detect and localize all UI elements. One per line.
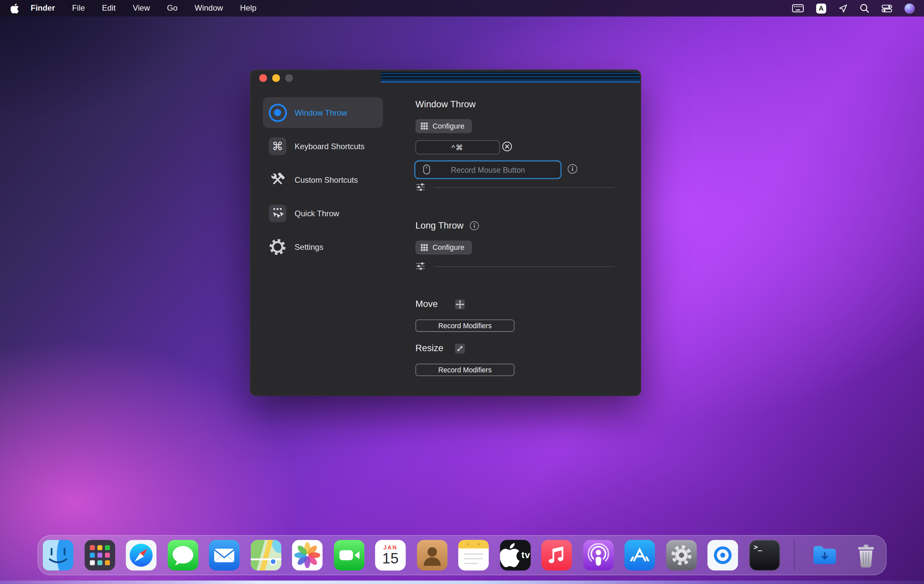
apple-logo-icon [11, 3, 19, 13]
move-record-modifiers-button[interactable]: Record Modifiers [416, 320, 515, 332]
input-source-label: A [819, 5, 824, 12]
resize-label: Resize [416, 343, 444, 354]
apple-logo-icon [500, 540, 520, 571]
siri-orb [904, 3, 914, 13]
dock-item-terminal[interactable]: >_ [749, 540, 779, 571]
move-icon [455, 299, 465, 309]
long-throw-title-text: Long Throw [416, 221, 464, 231]
menu-file[interactable]: File [72, 0, 85, 16]
options-sliders-icon[interactable] [416, 183, 425, 191]
shortcut-value: ^⌘ [452, 143, 464, 152]
location-icon[interactable] [839, 4, 848, 13]
dock-item-launchpad[interactable] [84, 540, 115, 571]
calendar-month: JAN [383, 544, 397, 551]
dock-item-facetime[interactable] [333, 540, 364, 571]
section-divider [434, 187, 615, 188]
grid-icon [421, 122, 428, 130]
info-icon[interactable] [568, 164, 578, 174]
dock-item-finder[interactable] [43, 540, 73, 571]
dock-item-system-preferences[interactable] [666, 540, 696, 571]
move-label: Move [416, 299, 438, 310]
spotlight-search-icon[interactable] [860, 4, 869, 13]
input-source-icon[interactable]: A [816, 3, 826, 13]
dock-item-mail[interactable] [209, 540, 239, 571]
resize-record-modifiers-button[interactable]: Record Modifiers [416, 364, 515, 376]
content-pane: Window Throw Configure ^⌘ Record Mouse B… [250, 69, 641, 396]
tv-label: tv [521, 550, 530, 561]
menu-bar-status-area: A [792, 3, 915, 13]
menu-window[interactable]: Window [195, 0, 223, 16]
menu-go[interactable]: Go [167, 0, 178, 16]
wallpaper-horizon-glow [0, 581, 924, 584]
dock: JAN 15 tv >_ [38, 535, 887, 575]
desktop: Finder File Edit View Go Window Help A [0, 0, 924, 584]
mouse-icon [423, 165, 430, 175]
dock-item-contacts[interactable] [416, 540, 447, 571]
dock-separator [794, 541, 795, 570]
menu-edit[interactable]: Edit [102, 0, 116, 16]
menu-help[interactable]: Help [240, 0, 256, 16]
dock-item-trash[interactable] [851, 540, 881, 571]
window-throw-configure-button[interactable]: Configure [416, 119, 472, 133]
long-throw-title: Long Throw [416, 221, 479, 231]
window-throw-title: Window Throw [416, 99, 475, 110]
calendar-day: 15 [382, 551, 399, 566]
app-window: Window Throw ⌘ Keyboard Shortcuts Custom… [250, 69, 641, 396]
circle-x-icon [502, 142, 512, 152]
keyboard-viewer-icon[interactable] [792, 4, 804, 12]
record-mouse-button-field[interactable]: Record Mouse Button [414, 160, 562, 180]
dock-item-downloads[interactable] [809, 540, 840, 571]
dock-item-apple-tv[interactable]: tv [500, 540, 530, 571]
grid-icon [421, 244, 428, 251]
menu-bar-left: Finder File Edit View Go Window Help [11, 0, 256, 16]
terminal-prompt: >_ [754, 543, 762, 551]
configure-label: Configure [432, 122, 464, 130]
dock-item-notes[interactable] [458, 540, 488, 571]
dock-item-maps[interactable] [251, 540, 281, 571]
record-mouse-placeholder: Record Mouse Button [416, 165, 560, 175]
dock-item-app-store[interactable] [624, 540, 655, 571]
dock-item-messages[interactable] [167, 540, 198, 571]
section-divider [434, 266, 615, 267]
options-sliders-icon[interactable] [416, 262, 425, 270]
dock-item-hookshot[interactable] [708, 540, 738, 571]
dock-item-music[interactable] [541, 540, 572, 571]
menu-app-name[interactable]: Finder [31, 0, 55, 16]
menu-view[interactable]: View [133, 0, 150, 16]
configure-label: Configure [432, 244, 464, 252]
siri-icon[interactable] [904, 3, 914, 13]
control-center-icon[interactable] [881, 4, 892, 12]
info-icon[interactable] [469, 221, 478, 230]
dock-item-safari[interactable] [126, 540, 157, 571]
keyboard-shortcut-field[interactable]: ^⌘ [416, 140, 500, 155]
long-throw-configure-button[interactable]: Configure [416, 241, 472, 255]
clear-shortcut-button[interactable] [502, 142, 512, 152]
menu-bar: Finder File Edit View Go Window Help A [0, 0, 924, 16]
resize-icon [455, 343, 465, 353]
apple-menu[interactable] [11, 3, 19, 13]
dock-item-podcasts[interactable] [583, 540, 614, 571]
dock-item-calendar[interactable]: JAN 15 [375, 540, 406, 571]
dock-item-photos[interactable] [292, 540, 322, 571]
